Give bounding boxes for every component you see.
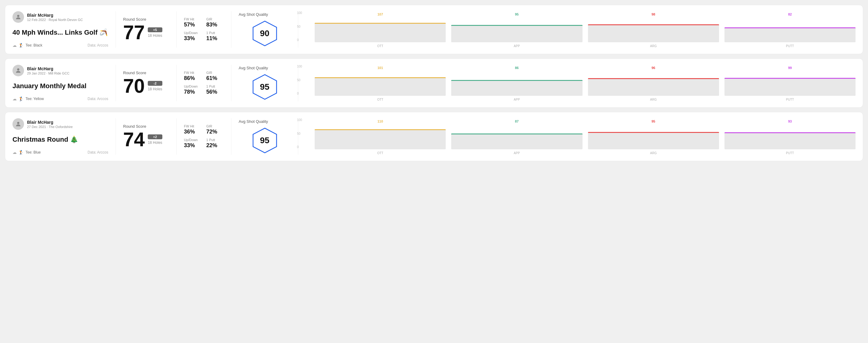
round-card-round1: Blair McHarg12 Feb 2022 · Royal North De… [5,5,863,54]
score-section: Round Score77+518 Holes [116,11,177,48]
stat-value: 22% [207,142,224,149]
score-label: Round Score [123,17,169,22]
stat-1 putt: 1 Putt11% [207,31,224,42]
quality-score-value: 90 [260,29,269,38]
quality-score-value: 95 [260,136,269,145]
data-source: Data: Arccos [88,150,108,154]
stat-value: 57% [184,22,202,28]
stats-grid: FW Hit36%GIR72%Up/Down33%1 Putt22% [184,124,224,149]
stat-label: FW Hit [184,71,202,74]
chart-group-ott: 107OTT [315,12,446,48]
stat-1 putt: 1 Putt56% [207,85,224,95]
chart-group-arg: 96ARG [588,66,719,101]
score-label: Round Score [123,124,169,129]
svg-point-0 [17,15,19,17]
chart-group-putt: 82PUTT [724,12,856,48]
chart-group-ott: 101OTT [315,66,446,101]
score-badge: +5 [148,27,162,32]
stats-section: FW Hit36%GIR72%Up/Down33%1 Putt22% [177,118,231,155]
user-name: Blair McHarg [27,120,73,125]
stat-fw hit: FW Hit57% [184,17,202,28]
round-title: January Monthly Medal [12,82,108,90]
score-badge: +2 [148,134,162,139]
chart-group-ott: 110OTT [315,120,446,155]
stats-section: FW Hit57%GIR83%Up/Down33%1 Putt11% [177,11,231,48]
stat-label: FW Hit [184,17,202,21]
avatar [12,118,24,130]
weather-icon: ☁ [12,150,17,155]
stat-value: 86% [184,75,202,82]
quality-label: Avg Shot Quality [239,12,268,17]
user-info: Blair McHarg12 Feb 2022 · Royal North De… [27,13,83,22]
score-section: Round Score74+218 Holes [116,118,177,155]
stats-section: FW Hit86%GIR61%Up/Down78%1 Putt56% [177,65,231,101]
tee-info: ☁🏌Tee: Yellow [12,96,44,101]
bag-icon: 🏌 [19,43,24,48]
svg-point-2 [17,68,19,70]
stat-fw hit: FW Hit86% [184,71,202,82]
tee-info: ☁🏌Tee: Blue [12,150,41,155]
score-label: Round Score [123,70,169,75]
stat-gir: GIR72% [207,124,224,135]
user-row: Blair McHarg12 Feb 2022 · Royal North De… [12,11,108,23]
round-title: Christmas Round 🎄 [12,136,108,144]
stat-gir: GIR61% [207,71,224,82]
stat-value: 33% [184,142,202,149]
stat-label: 1 Putt [207,138,224,142]
stat-label: GIR [207,124,224,128]
stat-value: 36% [184,129,202,135]
stat-label: FW Hit [184,124,202,128]
stat-updown: Up/Down33% [184,31,202,42]
round-left-info: Blair McHarg12 Feb 2022 · Royal North De… [12,11,116,48]
chart-group-arg: 95ARG [588,120,719,155]
svg-point-4 [17,122,19,124]
score-number: 74 [123,130,145,149]
round-card-round3: Blair McHarg27 Dec 2021 · The Oxfordshir… [5,112,863,161]
round-bottom-row: ☁🏌Tee: BlueData: Arccos [12,150,108,155]
chart-group-app: 95APP [451,12,582,48]
avatar [12,65,24,76]
score-number: 70 [123,76,145,96]
stat-label: 1 Putt [207,31,224,35]
weather-icon: ☁ [12,43,17,48]
hexagon-quality: 90 [251,20,278,47]
user-name: Blair McHarg [27,13,83,18]
user-row: Blair McHarg27 Dec 2021 · The Oxfordshir… [12,118,108,130]
holes-label: 18 Holes [148,33,162,38]
stat-label: GIR [207,71,224,74]
user-row: Blair McHarg29 Jan 2022 · Mill Ride GCC [12,65,108,76]
bag-icon: 🏌 [19,150,24,155]
stat-value: 33% [184,35,202,42]
chart-group-putt: 93PUTT [724,120,856,155]
score-row: 77+518 Holes [123,23,169,42]
round-card-round2: Blair McHarg29 Jan 2022 · Mill Ride GCCJ… [5,58,863,107]
hexagon-quality: 95 [251,73,278,101]
score-badge: -2 [148,81,162,86]
stat-label: 1 Putt [207,85,224,88]
stat-value: 78% [184,89,202,95]
score-number: 77 [123,23,145,42]
quality-section: Avg Shot Quality95 [231,65,298,101]
user-meta: 27 Dec 2021 · The Oxfordshire [27,125,73,129]
shot-quality-chart: 100500110OTT87APP95ARG93PUTT [298,118,856,155]
quality-score-value: 95 [260,82,269,92]
round-bottom-row: ☁🏌Tee: YellowData: Arccos [12,96,108,101]
round-left-info: Blair McHarg29 Jan 2022 · Mill Ride GCCJ… [12,65,116,101]
stat-label: Up/Down [184,138,202,142]
stat-label: Up/Down [184,31,202,35]
user-name: Blair McHarg [27,66,69,71]
quality-label: Avg Shot Quality [239,66,268,70]
chart-group-arg: 98ARG [588,12,719,48]
data-source: Data: Arccos [88,43,108,48]
chart-group-putt: 99PUTT [724,66,856,101]
stat-value: 56% [207,89,224,95]
stat-updown: Up/Down78% [184,85,202,95]
tee-label: Tee: Black [26,43,42,48]
round-title: 40 Mph Winds... Links Golf 🪃 [12,29,108,36]
stat-value: 61% [207,75,224,82]
user-info: Blair McHarg29 Jan 2022 · Mill Ride GCC [27,66,69,75]
stats-grid: FW Hit86%GIR61%Up/Down78%1 Putt56% [184,71,224,95]
score-row: 70-218 Holes [123,76,169,96]
stat-fw hit: FW Hit36% [184,124,202,135]
round-left-info: Blair McHarg27 Dec 2021 · The Oxfordshir… [12,118,116,155]
